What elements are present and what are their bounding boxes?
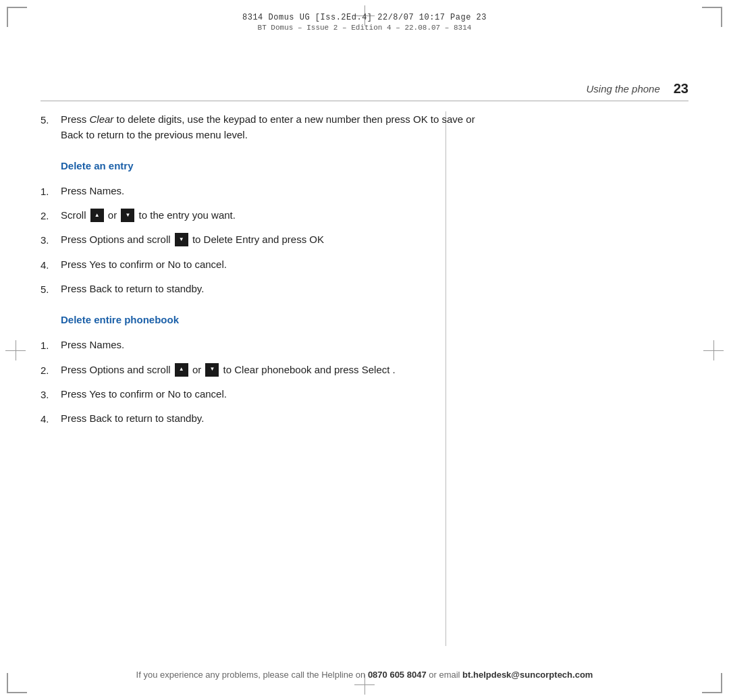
delete-entry-step-4: 4. Press Yes to confirm or No to cancel. <box>40 257 493 273</box>
delete-entry-step-3: 3. Press Options and scroll to Delete En… <box>40 232 493 248</box>
scroll-down-icon-1 <box>121 209 134 222</box>
step-num-1b: 1. <box>40 337 61 353</box>
delete-entry-step-5: 5. Press Back to return to standby. <box>40 281 493 297</box>
step-num-4b: 4. <box>40 410 61 427</box>
delete-phonebook-step-1: 1. Press Names. <box>40 337 493 353</box>
crosshair-left <box>5 340 26 360</box>
step-content-4b: Press Back to return to standby. <box>61 410 493 426</box>
step-5-intro: 5. Press Clear to delete digits, use the… <box>40 111 493 143</box>
step-num-3a: 3. <box>40 232 61 248</box>
step-content-5a: Press Back to return to standby. <box>61 281 493 296</box>
step-content-3a: Press Options and scroll to Delete Entry… <box>61 232 493 247</box>
step-content-4a: Press Yes to confirm or No to cancel. <box>61 257 493 272</box>
scroll-up-icon-2 <box>175 363 188 377</box>
corner-mark-bl <box>7 666 34 693</box>
footer: If you experience any problems, please c… <box>40 670 688 680</box>
heading-delete-phonebook: Delete entire phonebook <box>61 312 493 327</box>
page-number: 23 <box>674 81 688 97</box>
step-content-2b: Press Options and scroll or to Clear pho… <box>61 362 493 377</box>
heading-delete-entry: Delete an entry <box>61 158 493 173</box>
step-num-1a: 1. <box>40 183 61 199</box>
step-num-5a: 5. <box>40 281 61 297</box>
step-num-2a: 2. <box>40 207 61 223</box>
step-content-1b: Press Names. <box>61 337 493 352</box>
step-content-1a: Press Names. <box>61 183 493 198</box>
step-content-2a: Scroll or to the entry you want. <box>61 207 493 223</box>
step-num-2b: 2. <box>40 362 61 378</box>
step-num-3b: 3. <box>40 386 61 402</box>
page-title-bar: Using the phone 23 <box>40 81 688 101</box>
delete-phonebook-step-3: 3. Press Yes to confirm or No to cancel. <box>40 386 493 402</box>
crosshair-right <box>703 340 724 360</box>
scroll-down-icon-2 <box>175 233 188 246</box>
footer-text: If you experience any problems, please c… <box>136 670 368 680</box>
scroll-down-icon-3 <box>205 363 219 377</box>
delete-phonebook-step-4: 4. Press Back to return to standby. <box>40 410 493 427</box>
step-content-5-intro: Press Clear to delete digits, use the ke… <box>61 111 493 143</box>
step-content-3b: Press Yes to confirm or No to cancel. <box>61 386 493 402</box>
step-number-5-intro: 5. <box>40 111 61 128</box>
step-num-4a: 4. <box>40 257 61 273</box>
footer-or-text: or email <box>427 670 462 680</box>
main-content: 5. Press Clear to delete digits, use the… <box>40 111 493 646</box>
scroll-up-icon-1 <box>90 209 104 222</box>
delete-entry-step-2: 2. Scroll or to the entry you want. <box>40 207 493 223</box>
footer-email: bt.helpdesk@suncorptech.com <box>462 670 593 680</box>
header-top-line: 8314 Domus UG [Iss.2Ed.4] 22/8/07 10:17 … <box>242 13 487 22</box>
delete-phonebook-step-2: 2. Press Options and scroll or to Clear … <box>40 362 493 378</box>
corner-mark-br <box>695 666 722 693</box>
footer-phone: 0870 605 8047 <box>368 670 427 680</box>
header-bottom-line: BT Domus – Issue 2 – Edition 4 – 22.08.0… <box>258 24 472 32</box>
delete-entry-step-1: 1. Press Names. <box>40 183 493 199</box>
page-header-block: 8314 Domus UG [Iss.2Ed.4] 22/8/07 10:17 … <box>0 0 729 44</box>
page-title: Using the phone <box>587 83 660 95</box>
